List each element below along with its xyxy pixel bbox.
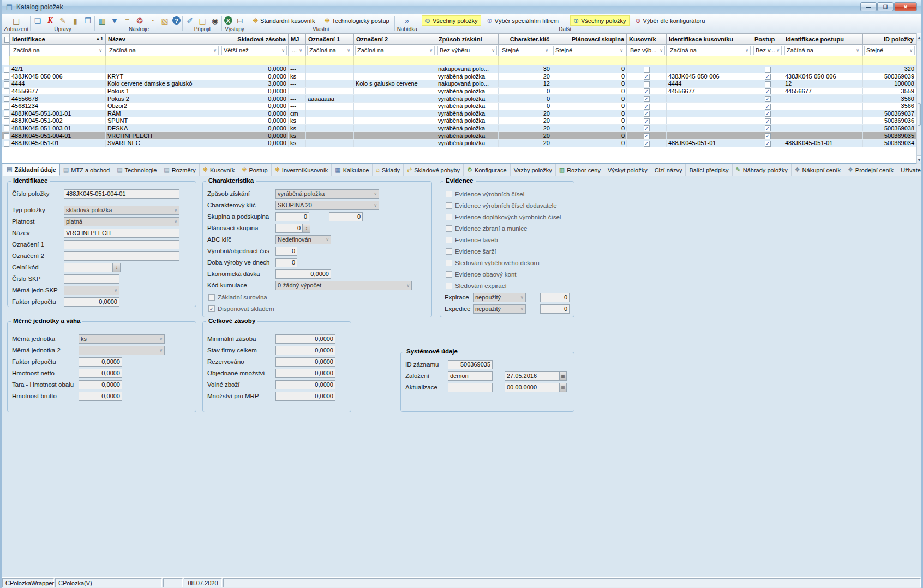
tab-vazby-polo-ky[interactable]: Vazby položky [511, 164, 556, 176]
chart-icon[interactable]: ▧ [160, 16, 170, 26]
id-z-znamu-field[interactable]: 500369035 [448, 360, 493, 369]
expirace-field[interactable]: 0 [540, 293, 570, 302]
column-header-plansk[interactable]: Plánovací skupina [552, 34, 627, 45]
platnost-select[interactable]: platná∨ [64, 217, 179, 226]
filter-operator-select-idpostup[interactable]: Začíná na∨ [784, 46, 861, 55]
m-rn-jednotka-select[interactable]: ks∨ [79, 334, 165, 344]
tab-sklady[interactable]: ⌂Sklady [373, 164, 404, 176]
filter-input-plansk[interactable] [552, 56, 627, 65]
rezervov-no-field[interactable]: 0,0000 [275, 357, 335, 367]
filter-operator-select-idpol[interactable]: Stejné∨ [864, 46, 915, 55]
slo-polo-ky-field[interactable]: 488JK045-051-004-01 [64, 189, 179, 199]
print-icon[interactable]: ⊟ [235, 16, 245, 26]
delete-record-icon[interactable]: K [45, 16, 55, 26]
column-header-idpostup[interactable]: Identifikace postupu [783, 34, 863, 45]
filter-input-postup[interactable] [752, 56, 783, 65]
sledov-n-v-b-hov-ho-dekoru-checkbox[interactable] [446, 260, 452, 266]
pl-novac-skupina-field[interactable]: 0 [275, 224, 303, 233]
column-header-kusovnik[interactable]: Kusovník [627, 34, 667, 45]
camera-icon[interactable]: ◉ [210, 16, 220, 26]
table-row[interactable]: 488JK045-051-01SVARENEC0,0000ksvyráběná … [2, 139, 916, 147]
objednan-mno-stv-field[interactable]: 0,0000 [275, 369, 335, 378]
filter-input-idpol[interactable] [863, 56, 916, 65]
filter-input-ozn1[interactable] [306, 56, 354, 65]
filter-operator-select-nazev[interactable]: Začíná na∨ [107, 46, 219, 55]
tara-hmotnost-obalu-field[interactable]: 0,0000 [79, 380, 122, 389]
ozna-en-2-field[interactable] [64, 251, 179, 261]
excel-export-icon[interactable]: X [224, 16, 232, 25]
all-items-button[interactable]: ⊕Všechny položky [422, 15, 481, 26]
skupina-a-podskupina-field[interactable]: 0 [275, 212, 309, 221]
edit-record-icon[interactable]: ✎ [58, 16, 68, 26]
filter-operator-select-sklad[interactable]: Větší než∨ [221, 46, 287, 55]
filter-input-idpostup[interactable] [783, 56, 863, 65]
filter-input-nazev[interactable] [106, 56, 220, 65]
filter-input-zpusob[interactable] [436, 56, 499, 65]
row-select-checkbox[interactable] [4, 133, 10, 139]
tab-technologie[interactable]: ▤Technologie [113, 164, 160, 176]
column-header-identifikace[interactable]: Identifikace▲1 [10, 34, 106, 45]
column-header-mj[interactable]: MJ [289, 34, 306, 45]
celn-k-d-field[interactable] [64, 263, 113, 272]
lookup-button[interactable]: ↨ [303, 224, 310, 233]
table-row[interactable]: 44556678Pokus 20,0000---aaaaaaaavyráběná… [2, 95, 916, 103]
scroll-down-icon[interactable]: ▼ [917, 155, 921, 164]
row-select-checkbox[interactable] [4, 104, 10, 110]
stav-firmy-celkem-field[interactable]: 0,0000 [275, 346, 335, 355]
expirace-select[interactable]: nepoužitý∨ [473, 293, 526, 302]
filter-operator-select-mj[interactable]: ...∨ [290, 46, 304, 55]
color-wheel-icon[interactable]: ❂ [135, 16, 145, 26]
z-kladn-surovina-checkbox[interactable] [208, 294, 215, 301]
voln-zbo-field[interactable]: 0,0000 [275, 380, 335, 389]
filter-operator-select-charklic[interactable]: Stejné∨ [500, 46, 550, 55]
tab-ciz-n-zvy[interactable]: Cizí názvy [651, 164, 686, 176]
note-edit-icon[interactable]: ✐ [185, 16, 195, 26]
tab-inverzn-kusovn-k[interactable]: ❋InverzníKusovník [272, 164, 332, 176]
row-select-checkbox[interactable] [4, 74, 10, 80]
row-select-checkbox[interactable] [4, 118, 10, 124]
evidence-zbran-a-munice-checkbox[interactable] [446, 225, 452, 232]
special-filter-button[interactable]: ⊕Výběr speciálním filtrem [484, 15, 562, 26]
copy-record-icon[interactable]: ❐ [83, 16, 93, 26]
column-header-sklad[interactable]: Skladová zásoba [220, 34, 289, 45]
planning-clock-icon[interactable]: ◔ [147, 16, 157, 26]
screen-view-icon[interactable]: ▤ [11, 16, 21, 26]
select-all-checkbox[interactable] [4, 37, 10, 43]
filter-operator-select-plansk[interactable]: Stejné∨ [553, 46, 625, 55]
table-row[interactable]: 438JK045-050-006KRYT0,0000ksvyráběná pol… [2, 73, 916, 80]
all-items-2-button[interactable]: ⊕Všechny položky [570, 15, 630, 26]
charakterov-kl-select[interactable]: SKUPINA 20∨ [275, 201, 379, 210]
hmotnost-brutto-field[interactable]: 0,0000 [79, 392, 122, 401]
filter-operator-select-ozn1[interactable]: Začíná na∨ [307, 46, 352, 55]
table-settings-icon[interactable]: ▦ [97, 16, 107, 26]
row-select-checkbox[interactable] [4, 125, 10, 131]
k-d-kumulace-select[interactable]: 0-žádný výpočet∨ [275, 281, 412, 290]
evidence-v-robn-ch-sel-checkbox[interactable] [446, 191, 452, 197]
column-header-nazev[interactable]: Název [106, 34, 220, 45]
trash-icon[interactable]: ▮ [70, 16, 80, 26]
row-select-checkbox[interactable] [4, 67, 10, 73]
filter-input-kusovnik[interactable] [627, 56, 667, 65]
expedice-field[interactable]: 0 [540, 304, 570, 314]
filter-operator-select-ozn2[interactable]: Začíná na∨ [355, 46, 435, 55]
expedice-select[interactable]: nepoužitý∨ [473, 304, 526, 314]
column-header-ozn1[interactable]: Označení 1 [306, 34, 354, 45]
scroll-thumb[interactable] [918, 103, 921, 126]
filter-operator-select-zpusob[interactable]: Bez výběru∨ [437, 46, 497, 55]
zalo-en-field[interactable]: demon [448, 371, 493, 381]
tab-u-ivatelsk-atributy[interactable]: Uživatelské atributy [897, 164, 921, 176]
filter-input-identifikace[interactable] [10, 56, 106, 65]
slo-skp-field[interactable] [64, 274, 119, 284]
filter-operator-select-kusovnik[interactable]: Bez výb...∨ [628, 46, 665, 55]
column-header-ozn2[interactable]: Označení 2 [354, 34, 436, 45]
minimize-button[interactable]: — [860, 2, 877, 11]
tab-rozm-ry[interactable]: ▤Rozměry [160, 164, 199, 176]
table-row[interactable]: 4444Kolo cervene damske s galuskó3,0000-… [2, 80, 916, 88]
sledov-n-expirac-checkbox[interactable] [446, 283, 452, 289]
v-robn-objednac-as-field[interactable]: 0 [275, 247, 297, 256]
filter-operator-select-postup[interactable]: Bez v...∨ [753, 46, 782, 55]
filter-operator-select-identifikace[interactable]: Začíná na∨ [11, 46, 104, 55]
ozna-en-1-field[interactable] [64, 240, 179, 249]
abc-kl-select[interactable]: Nedefinován∨ [275, 235, 331, 244]
typ-polo-ky-select[interactable]: skladová položka∨ [64, 206, 179, 215]
